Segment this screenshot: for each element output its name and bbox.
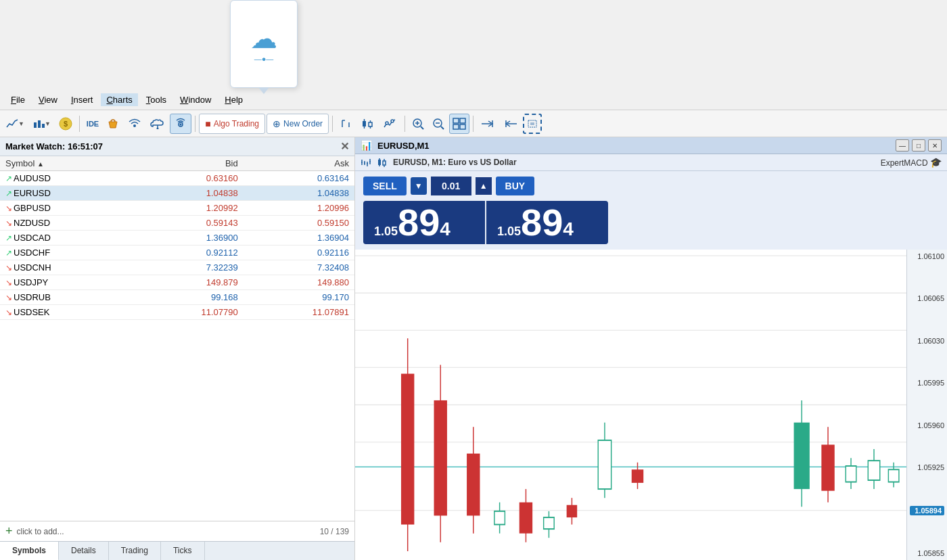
bid-cell: 11.07790 <box>133 305 244 320</box>
svg-rect-67 <box>467 454 480 516</box>
market-watch-row[interactable]: ↘USDSEK 11.07790 11.07891 <box>0 305 354 320</box>
svg-rect-77 <box>598 440 611 489</box>
algo-trading-button[interactable]: ■ Algo Trading <box>199 114 265 134</box>
market-watch-row[interactable]: ↘USDRUB 99.168 99.170 <box>0 290 354 305</box>
sell-dropdown-button[interactable]: ▼ <box>411 177 427 195</box>
bid-cell: 99.168 <box>133 290 244 305</box>
expert-name: ExpertMACD 🎓 <box>881 157 942 168</box>
tab-symbols[interactable]: Symbols <box>0 542 59 560</box>
zoom-out-button[interactable] <box>429 114 448 134</box>
chart-panel: 📊 EURUSD,M1 — □ ✕ <box>355 137 947 560</box>
sell-price-big: 89 <box>398 204 440 241</box>
sell-button[interactable]: SELL <box>363 177 407 195</box>
buy-price-box: 1.05 89 4 <box>486 201 608 244</box>
add-symbol-button[interactable]: + <box>5 524 13 538</box>
chart-header-bar: EURUSD, M1: Euro vs US Dollar ExpertMACD… <box>355 154 947 171</box>
symbol-cell: ↗EURUSD <box>0 186 133 201</box>
market-watch-row[interactable]: ↗USDCHF 0.92112 0.92116 <box>0 246 354 260</box>
lot-increase-button[interactable]: ▲ <box>476 177 492 195</box>
svg-rect-69 <box>494 511 505 525</box>
ask-cell: 0.59150 <box>244 216 354 231</box>
svg-line-26 <box>441 126 444 129</box>
chart-close-button[interactable]: ✕ <box>928 139 942 151</box>
ask-cell: 0.63164 <box>244 171 354 186</box>
ask-cell: 0.92116 <box>244 246 354 260</box>
market-watch-row[interactable]: ↘NZDUSD 0.59143 0.59150 <box>0 216 354 231</box>
menu-help[interactable]: Help <box>219 93 248 106</box>
menu-charts[interactable]: Charts <box>101 93 137 106</box>
svg-rect-1 <box>38 120 41 128</box>
vps-button[interactable] <box>170 114 191 134</box>
tab-details[interactable]: Details <box>59 542 109 560</box>
chart-window-controls: — □ ✕ <box>896 139 942 151</box>
zigzag-button[interactable] <box>379 114 401 134</box>
menu-window[interactable]: Window <box>175 93 216 106</box>
symbol-cell: ↘GBPUSD <box>0 201 133 216</box>
market-watch-row[interactable]: ↘GBPUSD 1.20992 1.20996 <box>0 201 354 216</box>
svg-rect-83 <box>821 445 834 491</box>
chart-type-icons <box>361 157 388 168</box>
svg-rect-31 <box>460 124 465 129</box>
ide-button[interactable]: IDE <box>83 114 102 134</box>
new-order-button[interactable]: ⊕ New Order <box>267 114 329 134</box>
chart-area: 1.061001.060651.060301.059951.059601.059… <box>355 250 947 560</box>
market-watch-row[interactable]: ↘USDCNH 7.32239 7.32408 <box>0 260 354 275</box>
chart-minimize-button[interactable]: — <box>896 139 909 151</box>
cloud-popup: ☁ —●— <box>230 0 298 88</box>
order-up-button[interactable] <box>336 114 355 134</box>
svg-rect-30 <box>453 124 459 129</box>
price-level-label: 1.05960 <box>910 421 944 429</box>
market-watch-row[interactable]: ↗USDCAD 1.36900 1.36904 <box>0 231 354 246</box>
lot-size-input[interactable] <box>431 177 471 195</box>
market-button[interactable] <box>103 114 122 134</box>
screenshot-button[interactable] <box>523 114 542 134</box>
svg-rect-29 <box>460 118 465 123</box>
signals-button[interactable] <box>124 114 145 134</box>
scroll-left-end-button[interactable] <box>500 114 522 134</box>
svg-rect-85 <box>846 466 856 482</box>
market-watch-row[interactable]: ↘USDJPY 149.879 149.880 <box>0 275 354 290</box>
cloud-connect-icon: ☁ <box>250 25 277 52</box>
bid-cell: 0.59143 <box>133 216 244 231</box>
svg-rect-81 <box>794 423 810 489</box>
svg-point-5 <box>133 124 136 127</box>
price-axis: 1.061001.060651.060301.059951.059601.059… <box>906 250 947 560</box>
cloud-button[interactable] <box>147 114 168 134</box>
dollar-button[interactable]: $ <box>55 114 76 134</box>
candle-button[interactable] <box>356 114 378 134</box>
market-watch-close-button[interactable]: ✕ <box>340 140 349 153</box>
bar-chart-button[interactable]: ▼ <box>29 114 54 134</box>
market-watch-footer: + click to add... 10 / 139 <box>0 521 354 541</box>
chart-maximize-button[interactable]: □ <box>912 139 925 151</box>
ask-cell: 7.32408 <box>244 260 354 275</box>
mortar-icon: 🎓 <box>930 157 942 168</box>
price-level-label: 1.05855 <box>910 549 944 557</box>
grid-button[interactable] <box>449 114 469 134</box>
market-watch-row[interactable]: ↗AUDUSD 0.63160 0.63164 <box>0 171 354 186</box>
menu-view[interactable]: View <box>33 93 63 106</box>
svg-rect-13 <box>363 121 366 126</box>
scroll-right-end-button[interactable] <box>477 114 499 134</box>
menu-file[interactable]: File <box>5 93 30 106</box>
svg-point-7 <box>157 127 159 129</box>
svg-rect-37 <box>530 122 534 125</box>
direction-icon: ↘ <box>5 293 12 302</box>
svg-point-20 <box>391 120 394 122</box>
menu-tools[interactable]: Tools <box>141 93 172 106</box>
direction-icon: ↗ <box>5 248 12 258</box>
line-chart-button[interactable]: ▼ <box>3 114 28 134</box>
tab-trading[interactable]: Trading <box>109 542 161 560</box>
price-level-label: 1.05925 <box>910 463 944 471</box>
tab-ticks[interactable]: Ticks <box>161 542 205 560</box>
direction-icon: ↗ <box>5 233 12 243</box>
market-watch-row[interactable]: ↗EURUSD 1.04838 1.04838 <box>0 186 354 201</box>
symbol-cell: ↘NZDUSD <box>0 216 133 231</box>
chart-canvas <box>355 250 920 560</box>
buy-button[interactable]: BUY <box>496 177 535 195</box>
market-watch-title: Market Watch: 16:51:07 <box>5 141 103 151</box>
menu-insert[interactable]: Insert <box>66 93 99 106</box>
svg-rect-46 <box>378 160 381 165</box>
bid-cell: 149.879 <box>133 275 244 290</box>
svg-rect-65 <box>434 400 447 515</box>
zoom-in-button[interactable] <box>409 114 428 134</box>
